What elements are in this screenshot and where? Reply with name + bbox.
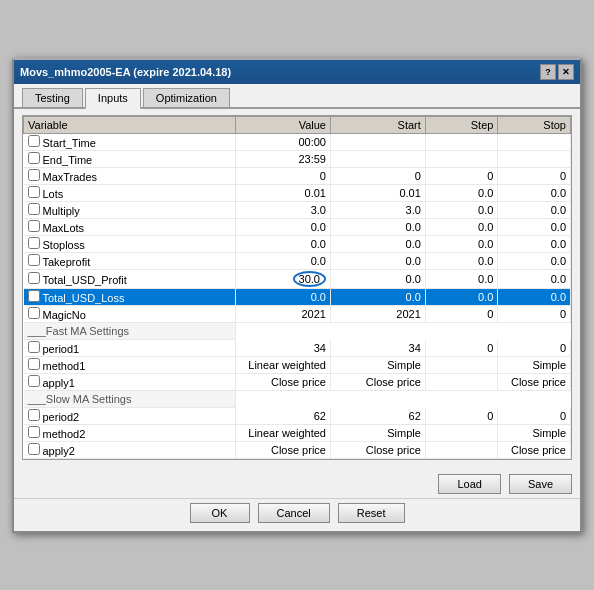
window-title: Movs_mhmo2005-EA (expire 2021.04.18)	[20, 66, 231, 78]
load-button[interactable]: Load	[438, 474, 500, 494]
step-cell: 0.0	[425, 235, 498, 252]
help-button[interactable]: ?	[540, 64, 556, 80]
stop-cell: 0.0	[498, 288, 571, 305]
table-area: Variable Value Start Step Stop Start_Tim…	[14, 109, 580, 466]
table-row[interactable]: Total_USD_Profit30.00.00.00.0	[24, 269, 571, 288]
table-row[interactable]: Total_USD_Loss0.00.00.00.0	[24, 288, 571, 305]
row-checkbox[interactable]	[28, 375, 40, 387]
variable-name: Stoploss	[43, 239, 85, 251]
table-row[interactable]: ___Fast MA Settings	[24, 322, 571, 340]
stop-cell: 0.0	[498, 201, 571, 218]
row-checkbox[interactable]	[28, 152, 40, 164]
value-cell: 00:00	[236, 133, 331, 150]
row-checkbox[interactable]	[28, 220, 40, 232]
value-cell: 0.0	[236, 235, 331, 252]
start-cell: 0.0	[330, 235, 425, 252]
row-checkbox[interactable]	[28, 443, 40, 455]
tab-optimization[interactable]: Optimization	[143, 88, 230, 107]
step-cell	[425, 150, 498, 167]
row-checkbox[interactable]	[28, 169, 40, 181]
variable-name: period1	[43, 343, 80, 355]
start-cell: 0.0	[330, 269, 425, 288]
row-checkbox[interactable]	[28, 237, 40, 249]
step-cell: 0.0	[425, 184, 498, 201]
row-checkbox[interactable]	[28, 272, 40, 284]
load-save-area: Load Save	[14, 466, 580, 498]
params-table-container: Variable Value Start Step Stop Start_Tim…	[22, 115, 572, 460]
row-checkbox[interactable]	[28, 254, 40, 266]
start-cell: 62	[330, 408, 425, 425]
table-row[interactable]: Takeprofit0.00.00.00.0	[24, 252, 571, 269]
step-cell: 0.0	[425, 252, 498, 269]
start-cell: 0.01	[330, 184, 425, 201]
row-checkbox[interactable]	[28, 186, 40, 198]
value-cell: 62	[236, 408, 331, 425]
table-row[interactable]: period1343400	[24, 340, 571, 357]
step-cell: 0.0	[425, 269, 498, 288]
col-stop: Stop	[498, 116, 571, 133]
value-cell: 34	[236, 340, 331, 357]
start-cell: 2021	[330, 305, 425, 322]
row-checkbox[interactable]	[28, 358, 40, 370]
start-cell: Simple	[330, 356, 425, 373]
row-checkbox[interactable]	[28, 135, 40, 147]
table-row[interactable]: apply2Close priceClose priceClose price	[24, 441, 571, 458]
row-checkbox[interactable]	[28, 426, 40, 438]
col-variable: Variable	[24, 116, 236, 133]
row-checkbox[interactable]	[28, 409, 40, 421]
row-checkbox[interactable]	[28, 290, 40, 302]
start-cell: 3.0	[330, 201, 425, 218]
stop-cell: 0.0	[498, 235, 571, 252]
table-row[interactable]: apply1Close priceClose priceClose price	[24, 373, 571, 390]
reset-button[interactable]: Reset	[338, 503, 405, 523]
table-row[interactable]: End_Time23:59	[24, 150, 571, 167]
col-value: Value	[236, 116, 331, 133]
variable-name: Total_USD_Profit	[43, 274, 127, 286]
tab-inputs[interactable]: Inputs	[85, 88, 141, 109]
table-row[interactable]: Lots0.010.010.00.0	[24, 184, 571, 201]
tab-bar: Testing Inputs Optimization	[14, 84, 580, 109]
ok-button[interactable]: OK	[190, 503, 250, 523]
table-row[interactable]: Stoploss0.00.00.00.0	[24, 235, 571, 252]
table-row[interactable]: period2626200	[24, 408, 571, 425]
save-button[interactable]: Save	[509, 474, 572, 494]
stop-cell: 0.0	[498, 218, 571, 235]
value-cell: Close price	[236, 441, 331, 458]
cancel-button[interactable]: Cancel	[258, 503, 330, 523]
stop-cell: 0	[498, 305, 571, 322]
tab-testing[interactable]: Testing	[22, 88, 83, 107]
row-checkbox[interactable]	[28, 341, 40, 353]
title-bar: Movs_mhmo2005-EA (expire 2021.04.18) ? ✕	[14, 60, 580, 84]
circled-value: 30.0	[293, 271, 326, 287]
table-row[interactable]: MaxLots0.00.00.00.0	[24, 218, 571, 235]
table-row[interactable]: method1Linear weightedSimpleSimple	[24, 356, 571, 373]
step-cell	[425, 356, 498, 373]
value-cell: 2021	[236, 305, 331, 322]
start-cell: Simple	[330, 424, 425, 441]
variable-name: method1	[43, 360, 86, 372]
table-row[interactable]: method2Linear weightedSimpleSimple	[24, 424, 571, 441]
row-checkbox[interactable]	[28, 307, 40, 319]
close-button[interactable]: ✕	[558, 64, 574, 80]
variable-name: End_Time	[43, 154, 93, 166]
value-cell: Linear weighted	[236, 356, 331, 373]
value-cell: 0.01	[236, 184, 331, 201]
value-cell: 23:59	[236, 150, 331, 167]
table-row[interactable]: Start_Time00:00	[24, 133, 571, 150]
start-cell: 34	[330, 340, 425, 357]
stop-cell	[498, 133, 571, 150]
value-cell: Close price	[236, 373, 331, 390]
table-row[interactable]: MaxTrades0000	[24, 167, 571, 184]
col-step: Step	[425, 116, 498, 133]
variable-name: Start_Time	[43, 137, 96, 149]
table-row[interactable]: MagicNo2021202100	[24, 305, 571, 322]
value-cell: 3.0	[236, 201, 331, 218]
main-window: Movs_mhmo2005-EA (expire 2021.04.18) ? ✕…	[12, 58, 582, 533]
row-checkbox[interactable]	[28, 203, 40, 215]
table-row[interactable]: ___Slow MA Settings	[24, 390, 571, 408]
variable-name: period2	[43, 411, 80, 423]
stop-cell: 0.0	[498, 269, 571, 288]
stop-cell: 0	[498, 340, 571, 357]
step-cell: 0	[425, 408, 498, 425]
table-row[interactable]: Multiply3.03.00.00.0	[24, 201, 571, 218]
